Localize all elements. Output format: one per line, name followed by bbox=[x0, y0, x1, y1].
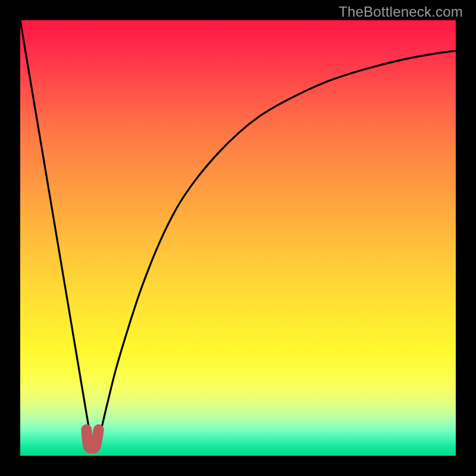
chart-frame: TheBottleneck.com bbox=[0, 0, 476, 476]
chart-svg bbox=[20, 20, 456, 456]
highlight-marker bbox=[86, 430, 98, 448]
right-curve-line bbox=[92, 51, 456, 447]
watermark-text: TheBottleneck.com bbox=[339, 4, 463, 20]
plot-area bbox=[20, 20, 456, 456]
left-descent-line bbox=[20, 20, 92, 447]
